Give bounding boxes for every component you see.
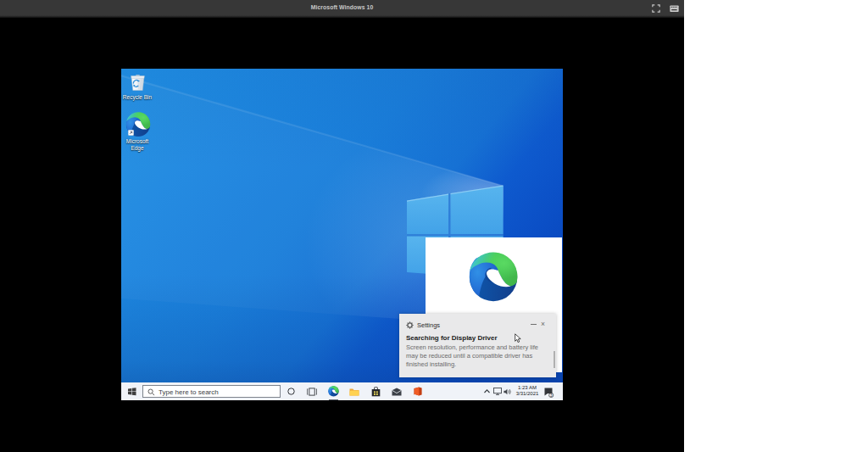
svg-text:3: 3 xyxy=(549,393,552,398)
